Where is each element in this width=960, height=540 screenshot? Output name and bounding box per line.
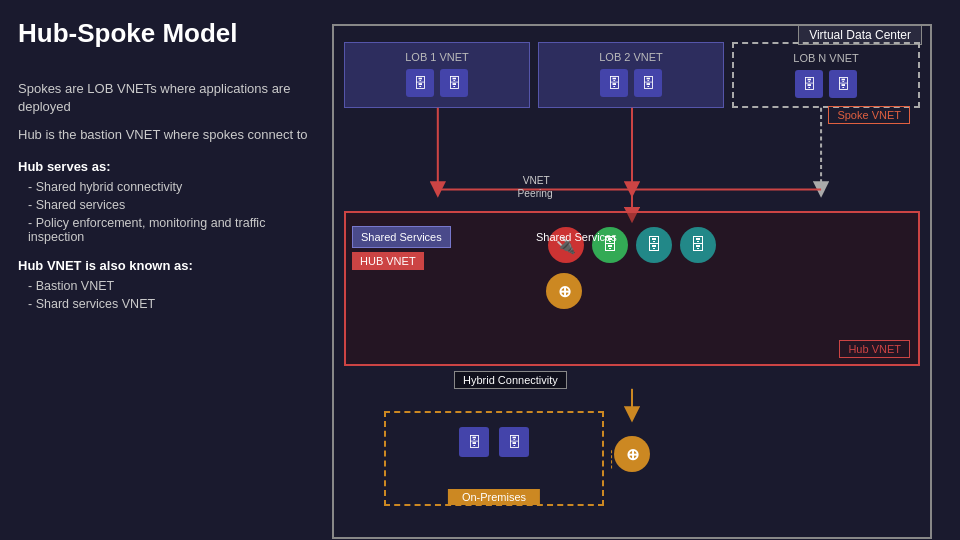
hub-crossroads-icon: ⊕	[546, 273, 582, 309]
hub-vnet-box-label: HUB VNET	[352, 252, 424, 270]
lob1-db1-icon: 🗄	[406, 69, 434, 97]
lob2-label: LOB 2 VNET	[549, 51, 713, 63]
also-known-list: Bastion VNET Shard services VNET	[18, 279, 318, 311]
svg-text:Peering: Peering	[518, 188, 553, 199]
diagram-wrapper: Virtual Data Center LOB 1 VNET 🗄 🗄 LOB 2…	[346, 12, 946, 527]
lob2-db2-icon: 🗄	[634, 69, 662, 97]
lobN-db2-icon: 🗄	[829, 70, 857, 98]
left-panel: Spokes are LOB VNETs where applications …	[18, 80, 318, 315]
hub-serves-list: Shared hybrid connectivity Shared servic…	[18, 180, 318, 244]
on-premises-label: On-Premises	[448, 489, 540, 505]
hub-serves-section: Hub serves as: Shared hybrid connectivit…	[18, 159, 318, 244]
lob1-vnet: LOB 1 VNET 🗄 🗄	[344, 42, 530, 108]
onprem-icon2: 🗄	[499, 427, 529, 457]
also-known-section: Hub VNET is also known as: Bastion VNET …	[18, 258, 318, 311]
also-known-item-1: Bastion VNET	[28, 279, 318, 293]
lob2-vnet: LOB 2 VNET 🗄 🗄	[538, 42, 724, 108]
hub-vnet-right-badge: Hub VNET	[839, 340, 910, 358]
hub-serves-item-2: Shared services	[28, 198, 318, 212]
hub-serves-title: Hub serves as:	[18, 159, 318, 174]
hub-serves-item-3: Policy enforcement, monitoring and traff…	[28, 216, 318, 244]
also-known-item-2: Shard services VNET	[28, 297, 318, 311]
lob1-label: LOB 1 VNET	[355, 51, 519, 63]
hub-icon-teal2: 🗄	[680, 227, 716, 263]
page-title: Hub-Spoke Model	[18, 18, 238, 49]
on-premises-icons: 🗄 🗄	[386, 427, 602, 457]
shared-services-right-label: Shared Services	[536, 227, 617, 245]
also-known-title: Hub VNET is also known as:	[18, 258, 318, 273]
hybrid-connectivity-label: Hybrid Connectivity	[454, 371, 567, 389]
lobN-vnet: LOB N VNET 🗄 🗄	[732, 42, 920, 108]
lob2-db1-icon: 🗄	[600, 69, 628, 97]
lob1-icons: 🗄 🗄	[355, 69, 519, 97]
onprem-icon1: 🗄	[459, 427, 489, 457]
svg-text:VNET: VNET	[523, 175, 550, 186]
hub-icon-teal1: 🗄	[636, 227, 672, 263]
hub-description: Hub is the bastion VNET where spokes con…	[18, 126, 318, 144]
vdc-container: Virtual Data Center LOB 1 VNET 🗄 🗄 LOB 2…	[332, 24, 932, 539]
spoke-vnet-label: Spoke VNET	[828, 106, 910, 124]
lobN-icons: 🗄 🗄	[744, 70, 908, 98]
hub-serves-item-1: Shared hybrid connectivity	[28, 180, 318, 194]
spoke-row: LOB 1 VNET 🗄 🗄 LOB 2 VNET 🗄 🗄 LOB N VNET…	[344, 42, 920, 108]
onprem-crossroads-icon: ⊕	[614, 436, 650, 472]
lob1-db2-icon: 🗄	[440, 69, 468, 97]
shared-services-left-label: Shared Services	[352, 226, 451, 248]
lobN-db1-icon: 🗄	[795, 70, 823, 98]
lobN-label: LOB N VNET	[744, 52, 908, 64]
spokes-description: Spokes are LOB VNETs where applications …	[18, 80, 318, 116]
lob2-icons: 🗄 🗄	[549, 69, 713, 97]
on-premises-area: 🗄 🗄 On-Premises	[384, 411, 604, 506]
